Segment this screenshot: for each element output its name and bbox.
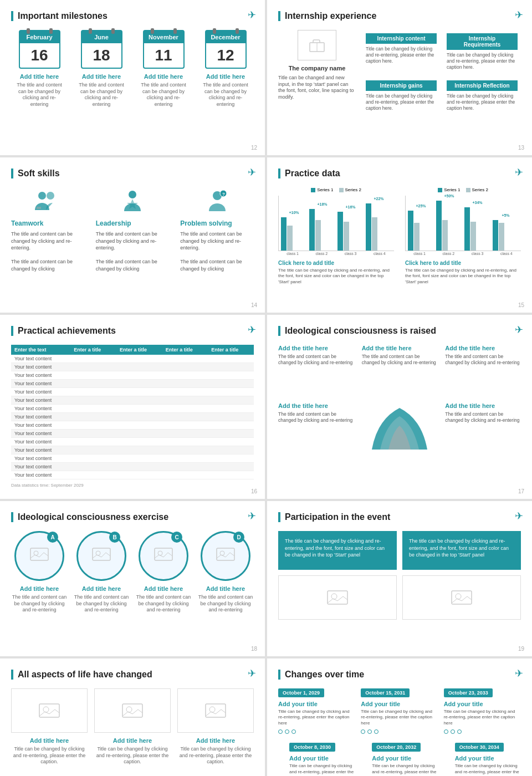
table-cell[interactable] (70, 413, 116, 421)
skill-desc-problemsolving[interactable]: The title and content can be changed by … (180, 231, 254, 273)
change-title-r2-2[interactable]: Add your title (372, 755, 438, 762)
table-cell[interactable]: Your text content (11, 405, 70, 413)
company-desc[interactable]: Title can be changed and new input, in t… (278, 75, 356, 101)
ideology-desc-6[interactable]: The title and content can be changed by … (445, 411, 521, 423)
change-title-r1-3[interactable]: Add your title (444, 701, 521, 707)
table-cell[interactable] (70, 421, 116, 430)
change-desc-r1-1[interactable]: Title can be changed by clicking and re-… (278, 709, 355, 726)
table-cell[interactable] (208, 388, 254, 396)
change-title-r1-2[interactable]: Add your title (361, 701, 438, 707)
ideology-title-1[interactable]: Add the title here (278, 345, 354, 351)
table-cell[interactable] (116, 355, 162, 363)
milestone-title-2[interactable]: Add title here (82, 73, 121, 80)
change-desc-r1-3[interactable]: Title can be changed by clicking and re-… (444, 709, 521, 726)
table-cell[interactable] (162, 363, 208, 371)
table-cell[interactable]: Your text content (11, 413, 70, 421)
aspect-title-3[interactable]: Add title here (177, 737, 254, 744)
table-cell[interactable] (208, 463, 254, 471)
aspect-title-1[interactable]: Add title here (11, 737, 88, 744)
table-cell[interactable] (162, 380, 208, 388)
skill-desc-teamwork[interactable]: The title and content can be changed by … (11, 231, 85, 273)
change-desc-r2-1[interactable]: Title can be changed by clicking and re-… (289, 763, 355, 776)
table-cell[interactable] (116, 380, 162, 388)
table-cell[interactable] (162, 438, 208, 446)
exercise-title-d[interactable]: Add title here (206, 585, 245, 592)
table-cell[interactable] (116, 396, 162, 405)
aspect-desc-1[interactable]: Title can be changed by clicking and re-… (11, 746, 88, 765)
table-cell[interactable] (162, 430, 208, 438)
table-cell[interactable] (162, 421, 208, 430)
participation-box-1[interactable]: The title can be changed by clicking and… (278, 531, 397, 570)
exercise-desc-c[interactable]: The title and content can be changed by … (135, 594, 192, 614)
table-cell[interactable] (162, 446, 208, 455)
table-cell[interactable] (116, 471, 162, 479)
table-cell[interactable] (162, 371, 208, 380)
table-cell[interactable]: Your text content (11, 471, 70, 479)
ideology-title-6[interactable]: Add the title here (445, 402, 521, 409)
table-cell[interactable] (162, 405, 208, 413)
table-cell[interactable]: Your text content (11, 371, 70, 380)
table-cell[interactable] (116, 388, 162, 396)
chart1-desc[interactable]: The title can be changed by clicking and… (278, 268, 394, 285)
milestone-title-1[interactable]: Add title here (20, 73, 59, 80)
skill-desc-leadership[interactable]: The title and content can be changed by … (96, 231, 170, 273)
table-cell[interactable] (208, 405, 254, 413)
table-cell[interactable] (208, 396, 254, 405)
ideology-desc-2[interactable]: The title and content can be changed by … (362, 354, 438, 366)
exercise-desc-d[interactable]: The title and content can be changed by … (197, 594, 254, 614)
exercise-title-b[interactable]: Add title here (82, 585, 121, 592)
table-cell[interactable]: Your text content (11, 388, 70, 396)
change-desc-r2-2[interactable]: Title can be changed by clicking and re-… (372, 763, 438, 776)
table-cell[interactable] (116, 371, 162, 380)
table-cell[interactable] (208, 455, 254, 463)
table-cell[interactable] (208, 380, 254, 388)
skill-title-leadership[interactable]: Leadership (96, 219, 170, 227)
intern-box-text-2[interactable]: Title can be changed by clicking and re-… (447, 52, 518, 70)
table-cell[interactable] (162, 455, 208, 463)
table-cell[interactable] (208, 421, 254, 430)
intern-box-text-3[interactable]: Title can be changed by clicking and re-… (366, 93, 437, 111)
exercise-desc-b[interactable]: The title and content can be changed by … (73, 594, 130, 614)
table-cell[interactable] (116, 455, 162, 463)
table-cell[interactable] (162, 471, 208, 479)
table-cell[interactable] (208, 371, 254, 380)
table-cell[interactable] (116, 430, 162, 438)
aspect-title-2[interactable]: Add title here (94, 737, 171, 744)
table-cell[interactable]: Your text content (11, 380, 70, 388)
table-cell[interactable] (208, 430, 254, 438)
ideology-desc-1[interactable]: The title and content can be changed by … (278, 354, 354, 366)
table-cell[interactable]: Your text content (11, 430, 70, 438)
participation-box-2[interactable]: The title can be changed by clicking and… (402, 531, 521, 570)
table-cell[interactable] (70, 455, 116, 463)
table-cell[interactable]: Your text content (11, 463, 70, 471)
change-title-r2-3[interactable]: Add your title (455, 755, 521, 762)
chart2-desc[interactable]: The title can be changed by clicking and… (405, 268, 521, 285)
skill-title-teamwork[interactable]: Teamwork (11, 219, 85, 227)
table-cell[interactable] (162, 413, 208, 421)
table-cell[interactable] (162, 396, 208, 405)
table-cell[interactable] (70, 446, 116, 455)
table-cell[interactable] (208, 363, 254, 371)
table-cell[interactable] (116, 405, 162, 413)
table-cell[interactable] (208, 413, 254, 421)
milestone-desc-2[interactable]: The title and content can be changed by … (76, 82, 126, 108)
ideology-title-2[interactable]: Add the title here (362, 345, 438, 351)
table-cell[interactable] (162, 355, 208, 363)
table-cell[interactable] (208, 446, 254, 455)
table-cell[interactable] (70, 380, 116, 388)
table-cell[interactable] (116, 446, 162, 455)
table-cell[interactable] (208, 438, 254, 446)
table-cell[interactable] (116, 363, 162, 371)
table-cell[interactable] (70, 463, 116, 471)
table-cell[interactable] (70, 388, 116, 396)
change-title-r1-1[interactable]: Add your title (278, 701, 355, 707)
milestone-desc-4[interactable]: The title and content can be changed by … (201, 82, 250, 108)
table-cell[interactable] (116, 438, 162, 446)
table-cell[interactable] (70, 405, 116, 413)
milestone-title-4[interactable]: Add title here (206, 73, 245, 80)
table-cell[interactable]: Your text content (11, 455, 70, 463)
intern-box-text-4[interactable]: Title can be changed by clicking and re-… (447, 93, 518, 111)
table-cell[interactable]: Your text content (11, 446, 70, 455)
ideology-title-4[interactable]: Add the title here (278, 402, 354, 409)
table-cell[interactable] (208, 355, 254, 363)
